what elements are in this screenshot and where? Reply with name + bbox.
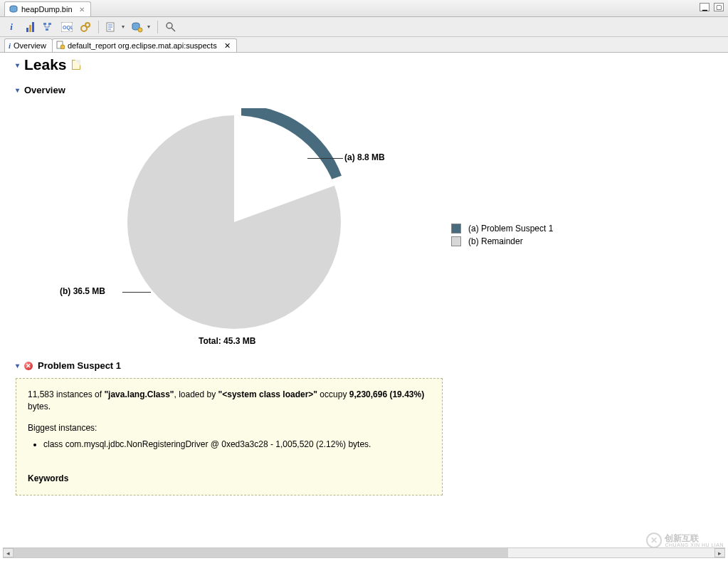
- watermark: ✕ 创新互联 CHUANG XIN HU LIAN: [646, 533, 724, 548]
- keywords-heading: Keywords: [28, 473, 431, 485]
- problem-suspect-heading-row: ▾ ✕ Problem Suspect 1: [16, 360, 725, 371]
- close-icon[interactable]: ✕: [224, 41, 231, 51]
- list-item: class com.mysql.jdbc.NonRegisteringDrive…: [43, 439, 431, 451]
- report-icon: [56, 41, 65, 51]
- page-title: Leaks: [24, 56, 67, 73]
- suspect-text: 11,583 instances of: [28, 389, 104, 399]
- svg-rect-3: [46, 28, 48, 31]
- horizontal-scrollbar[interactable]: ◂ ▸: [3, 547, 725, 558]
- window-controls: ▁ ▢: [700, 3, 724, 11]
- legend-swatch: [451, 224, 461, 234]
- legend-item: (b) Remainder: [451, 236, 553, 246]
- problem-suspect-heading: Problem Suspect 1: [38, 360, 121, 371]
- legend-swatch: [451, 236, 461, 246]
- database-icon: [9, 5, 18, 14]
- tab-default-report-label: default_report org.eclipse.mat.api:suspe…: [68, 41, 217, 50]
- toolbar-separator: [98, 21, 99, 33]
- collapse-toggle[interactable]: ▾: [16, 61, 19, 69]
- svg-line-12: [172, 28, 175, 31]
- suspect-summary: 11,583 instances of "java.lang.Class", l…: [28, 389, 431, 414]
- svg-point-10: [138, 28, 142, 32]
- report-icon[interactable]: [106, 21, 117, 33]
- page-title-row: ▾ Leaks: [16, 56, 725, 73]
- leader-line: [307, 158, 343, 159]
- info-icon[interactable]: i: [6, 21, 17, 33]
- gear-icon[interactable]: [80, 21, 91, 33]
- maximize-button[interactable]: ▢: [714, 3, 724, 11]
- scroll-left-arrow[interactable]: ◂: [3, 548, 14, 557]
- editor-tab-bar: heapDump.bin ✕ ▁ ▢: [0, 0, 728, 17]
- close-icon[interactable]: ✕: [79, 6, 85, 14]
- suspect-bytes: 9,230,696 (19.43%): [349, 389, 424, 399]
- scroll-thumb[interactable]: [4, 548, 508, 557]
- watermark-subtext: CHUANG XIN HU LIAN: [665, 542, 724, 547]
- watermark-text: 创新互联: [665, 534, 724, 542]
- query-browser-icon[interactable]: [132, 21, 143, 33]
- problem-suspect-box: 11,583 instances of "java.lang.Class", l…: [16, 378, 443, 496]
- biggest-instances-list: class com.mysql.jdbc.NonRegisteringDrive…: [43, 439, 431, 451]
- legend-label: (b) Remainder: [468, 236, 523, 246]
- suspect-text: bytes.: [28, 402, 51, 411]
- pie-legend: (a) Problem Suspect 1 (b) Remainder: [451, 221, 553, 249]
- collapse-toggle[interactable]: ▾: [16, 362, 19, 369]
- overview-heading: Overview: [24, 85, 65, 95]
- suspect-text: occupy: [317, 389, 349, 399]
- overview-heading-row: ▾ Overview: [16, 85, 725, 95]
- histogram-icon[interactable]: [24, 21, 36, 33]
- tab-overview[interactable]: i Overview: [4, 38, 53, 52]
- svg-point-11: [167, 23, 172, 28]
- svg-point-14: [60, 45, 65, 49]
- chevron-down-icon[interactable]: ▾: [147, 23, 150, 30]
- toolbar: i OQL ▾ ▾: [0, 17, 728, 37]
- watermark-logo: ✕: [646, 533, 662, 548]
- slice-a-label: (a) 8.8 MB: [344, 152, 385, 162]
- scroll-right-arrow[interactable]: ▸: [714, 548, 725, 557]
- error-icon: ✕: [24, 362, 33, 370]
- editor-tab-heapdump[interactable]: heapDump.bin ✕: [4, 1, 91, 16]
- info-icon: i: [9, 41, 11, 50]
- tab-default-report[interactable]: default_report org.eclipse.mat.api:suspe…: [52, 38, 237, 52]
- dominator-tree-icon[interactable]: [43, 21, 54, 33]
- toolbar-separator: [157, 21, 158, 33]
- svg-rect-2: [48, 23, 51, 25]
- report-content: ▾ Leaks ▾ Overview: [0, 53, 728, 561]
- oql-icon[interactable]: OQL: [61, 21, 73, 33]
- editor-tab-title: heapDump.bin: [21, 5, 73, 14]
- suspect-loader: "<system class loader>": [218, 389, 317, 399]
- legend-label: (a) Problem Suspect 1: [468, 224, 553, 234]
- biggest-instances-heading: Biggest instances:: [28, 422, 431, 434]
- pie-svg: [124, 108, 344, 336]
- page-icon: [72, 60, 80, 70]
- minimize-button[interactable]: ▁: [700, 3, 709, 11]
- collapse-toggle[interactable]: ▾: [16, 86, 19, 94]
- slice-b-label: (b) 36.5 MB: [60, 286, 105, 296]
- chevron-down-icon[interactable]: ▾: [122, 23, 125, 30]
- svg-point-7: [85, 23, 90, 27]
- suspect-text: , loaded by: [174, 389, 218, 399]
- tab-overview-label: Overview: [14, 41, 46, 50]
- legend-item: (a) Problem Suspect 1: [451, 224, 553, 234]
- pie-chart: (a) 8.8 MB (b) 36.5 MB Total: 45.3 MB (a…: [31, 101, 707, 350]
- suspect-class: "java.lang.Class": [104, 389, 174, 399]
- subtab-bar: i Overview default_report org.eclipse.ma…: [0, 37, 728, 53]
- pie-total-label: Total: 45.3 MB: [199, 336, 255, 346]
- app-window: heapDump.bin ✕ ▁ ▢ i OQL ▾ ▾: [0, 0, 728, 561]
- svg-text:OQL: OQL: [63, 25, 73, 31]
- svg-rect-1: [43, 23, 46, 25]
- leader-line: [122, 292, 151, 293]
- search-icon[interactable]: [165, 21, 176, 33]
